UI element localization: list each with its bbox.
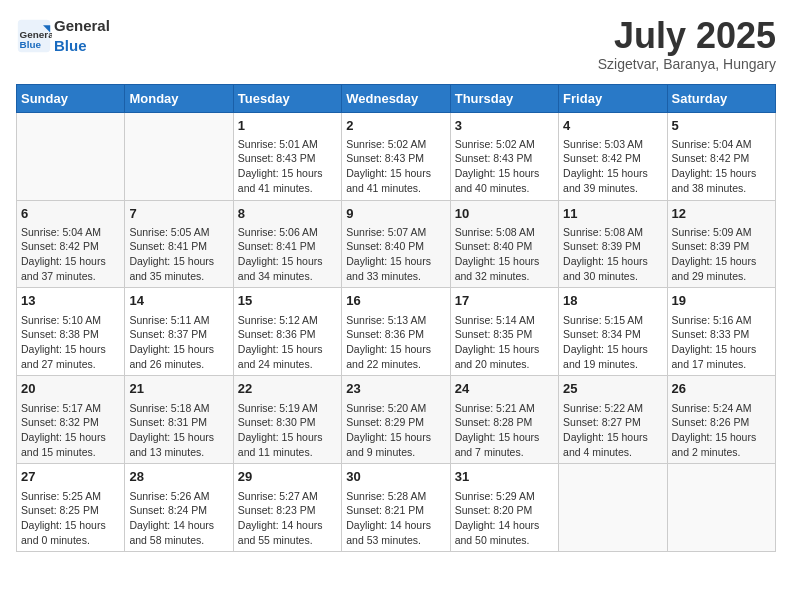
calendar-cell: 19Sunrise: 5:16 AM Sunset: 8:33 PM Dayli… (667, 288, 775, 376)
day-info: Sunrise: 5:06 AM Sunset: 8:41 PM Dayligh… (238, 225, 337, 284)
column-header-tuesday: Tuesday (233, 84, 341, 112)
calendar-cell: 23Sunrise: 5:20 AM Sunset: 8:29 PM Dayli… (342, 376, 450, 464)
day-info: Sunrise: 5:20 AM Sunset: 8:29 PM Dayligh… (346, 401, 445, 460)
calendar-cell: 9Sunrise: 5:07 AM Sunset: 8:40 PM Daylig… (342, 200, 450, 288)
day-number: 31 (455, 468, 554, 486)
calendar-cell: 1Sunrise: 5:01 AM Sunset: 8:43 PM Daylig… (233, 112, 341, 200)
day-info: Sunrise: 5:13 AM Sunset: 8:36 PM Dayligh… (346, 313, 445, 372)
day-info: Sunrise: 5:01 AM Sunset: 8:43 PM Dayligh… (238, 137, 337, 196)
column-header-thursday: Thursday (450, 84, 558, 112)
calendar-cell (559, 464, 667, 552)
calendar-cell: 30Sunrise: 5:28 AM Sunset: 8:21 PM Dayli… (342, 464, 450, 552)
calendar-cell: 26Sunrise: 5:24 AM Sunset: 8:26 PM Dayli… (667, 376, 775, 464)
calendar-cell: 3Sunrise: 5:02 AM Sunset: 8:43 PM Daylig… (450, 112, 558, 200)
calendar-cell: 7Sunrise: 5:05 AM Sunset: 8:41 PM Daylig… (125, 200, 233, 288)
day-number: 1 (238, 117, 337, 135)
month-year-title: July 2025 (598, 16, 776, 56)
logo-icon: General Blue (16, 18, 52, 54)
calendar-cell: 5Sunrise: 5:04 AM Sunset: 8:42 PM Daylig… (667, 112, 775, 200)
day-info: Sunrise: 5:03 AM Sunset: 8:42 PM Dayligh… (563, 137, 662, 196)
calendar-cell: 6Sunrise: 5:04 AM Sunset: 8:42 PM Daylig… (17, 200, 125, 288)
day-info: Sunrise: 5:12 AM Sunset: 8:36 PM Dayligh… (238, 313, 337, 372)
day-info: Sunrise: 5:02 AM Sunset: 8:43 PM Dayligh… (346, 137, 445, 196)
calendar-week-row: 13Sunrise: 5:10 AM Sunset: 8:38 PM Dayli… (17, 288, 776, 376)
day-info: Sunrise: 5:04 AM Sunset: 8:42 PM Dayligh… (21, 225, 120, 284)
day-number: 10 (455, 205, 554, 223)
day-number: 11 (563, 205, 662, 223)
day-number: 3 (455, 117, 554, 135)
calendar-cell: 25Sunrise: 5:22 AM Sunset: 8:27 PM Dayli… (559, 376, 667, 464)
day-info: Sunrise: 5:07 AM Sunset: 8:40 PM Dayligh… (346, 225, 445, 284)
day-number: 7 (129, 205, 228, 223)
day-info: Sunrise: 5:09 AM Sunset: 8:39 PM Dayligh… (672, 225, 771, 284)
day-info: Sunrise: 5:25 AM Sunset: 8:25 PM Dayligh… (21, 489, 120, 548)
day-info: Sunrise: 5:22 AM Sunset: 8:27 PM Dayligh… (563, 401, 662, 460)
calendar-table: SundayMondayTuesdayWednesdayThursdayFrid… (16, 84, 776, 553)
calendar-cell: 18Sunrise: 5:15 AM Sunset: 8:34 PM Dayli… (559, 288, 667, 376)
day-info: Sunrise: 5:27 AM Sunset: 8:23 PM Dayligh… (238, 489, 337, 548)
day-info: Sunrise: 5:24 AM Sunset: 8:26 PM Dayligh… (672, 401, 771, 460)
calendar-cell: 2Sunrise: 5:02 AM Sunset: 8:43 PM Daylig… (342, 112, 450, 200)
day-number: 30 (346, 468, 445, 486)
column-header-monday: Monday (125, 84, 233, 112)
day-number: 17 (455, 292, 554, 310)
calendar-cell: 14Sunrise: 5:11 AM Sunset: 8:37 PM Dayli… (125, 288, 233, 376)
calendar-cell: 29Sunrise: 5:27 AM Sunset: 8:23 PM Dayli… (233, 464, 341, 552)
day-number: 9 (346, 205, 445, 223)
location-subtitle: Szigetvar, Baranya, Hungary (598, 56, 776, 72)
day-info: Sunrise: 5:21 AM Sunset: 8:28 PM Dayligh… (455, 401, 554, 460)
svg-text:Blue: Blue (20, 38, 42, 49)
day-info: Sunrise: 5:05 AM Sunset: 8:41 PM Dayligh… (129, 225, 228, 284)
calendar-cell: 20Sunrise: 5:17 AM Sunset: 8:32 PM Dayli… (17, 376, 125, 464)
column-header-wednesday: Wednesday (342, 84, 450, 112)
day-number: 19 (672, 292, 771, 310)
calendar-cell: 11Sunrise: 5:08 AM Sunset: 8:39 PM Dayli… (559, 200, 667, 288)
day-info: Sunrise: 5:18 AM Sunset: 8:31 PM Dayligh… (129, 401, 228, 460)
column-header-saturday: Saturday (667, 84, 775, 112)
column-header-sunday: Sunday (17, 84, 125, 112)
calendar-cell: 28Sunrise: 5:26 AM Sunset: 8:24 PM Dayli… (125, 464, 233, 552)
day-info: Sunrise: 5:11 AM Sunset: 8:37 PM Dayligh… (129, 313, 228, 372)
calendar-week-row: 20Sunrise: 5:17 AM Sunset: 8:32 PM Dayli… (17, 376, 776, 464)
day-number: 26 (672, 380, 771, 398)
day-number: 13 (21, 292, 120, 310)
day-number: 27 (21, 468, 120, 486)
calendar-cell: 27Sunrise: 5:25 AM Sunset: 8:25 PM Dayli… (17, 464, 125, 552)
day-number: 16 (346, 292, 445, 310)
calendar-week-row: 27Sunrise: 5:25 AM Sunset: 8:25 PM Dayli… (17, 464, 776, 552)
day-number: 12 (672, 205, 771, 223)
calendar-cell (667, 464, 775, 552)
day-number: 25 (563, 380, 662, 398)
column-header-friday: Friday (559, 84, 667, 112)
calendar-cell: 24Sunrise: 5:21 AM Sunset: 8:28 PM Dayli… (450, 376, 558, 464)
calendar-cell: 16Sunrise: 5:13 AM Sunset: 8:36 PM Dayli… (342, 288, 450, 376)
calendar-header-row: SundayMondayTuesdayWednesdayThursdayFrid… (17, 84, 776, 112)
calendar-cell: 17Sunrise: 5:14 AM Sunset: 8:35 PM Dayli… (450, 288, 558, 376)
calendar-cell: 12Sunrise: 5:09 AM Sunset: 8:39 PM Dayli… (667, 200, 775, 288)
calendar-cell (125, 112, 233, 200)
calendar-cell: 22Sunrise: 5:19 AM Sunset: 8:30 PM Dayli… (233, 376, 341, 464)
calendar-cell: 21Sunrise: 5:18 AM Sunset: 8:31 PM Dayli… (125, 376, 233, 464)
day-info: Sunrise: 5:26 AM Sunset: 8:24 PM Dayligh… (129, 489, 228, 548)
day-info: Sunrise: 5:16 AM Sunset: 8:33 PM Dayligh… (672, 313, 771, 372)
page-header: General Blue General Blue July 2025 Szig… (16, 16, 776, 72)
day-info: Sunrise: 5:17 AM Sunset: 8:32 PM Dayligh… (21, 401, 120, 460)
calendar-cell: 4Sunrise: 5:03 AM Sunset: 8:42 PM Daylig… (559, 112, 667, 200)
calendar-week-row: 1Sunrise: 5:01 AM Sunset: 8:43 PM Daylig… (17, 112, 776, 200)
day-number: 21 (129, 380, 228, 398)
day-info: Sunrise: 5:02 AM Sunset: 8:43 PM Dayligh… (455, 137, 554, 196)
day-number: 8 (238, 205, 337, 223)
day-number: 5 (672, 117, 771, 135)
day-info: Sunrise: 5:15 AM Sunset: 8:34 PM Dayligh… (563, 313, 662, 372)
calendar-week-row: 6Sunrise: 5:04 AM Sunset: 8:42 PM Daylig… (17, 200, 776, 288)
calendar-cell: 13Sunrise: 5:10 AM Sunset: 8:38 PM Dayli… (17, 288, 125, 376)
calendar-cell: 8Sunrise: 5:06 AM Sunset: 8:41 PM Daylig… (233, 200, 341, 288)
day-number: 14 (129, 292, 228, 310)
day-number: 22 (238, 380, 337, 398)
calendar-cell: 31Sunrise: 5:29 AM Sunset: 8:20 PM Dayli… (450, 464, 558, 552)
day-info: Sunrise: 5:10 AM Sunset: 8:38 PM Dayligh… (21, 313, 120, 372)
calendar-cell: 10Sunrise: 5:08 AM Sunset: 8:40 PM Dayli… (450, 200, 558, 288)
day-number: 23 (346, 380, 445, 398)
calendar-cell: 15Sunrise: 5:12 AM Sunset: 8:36 PM Dayli… (233, 288, 341, 376)
day-info: Sunrise: 5:08 AM Sunset: 8:40 PM Dayligh… (455, 225, 554, 284)
